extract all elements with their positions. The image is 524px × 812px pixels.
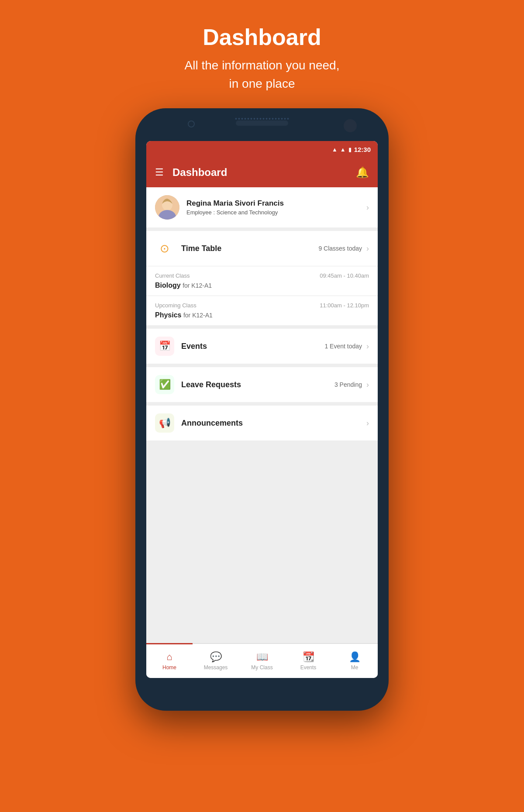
nav-item-home[interactable]: ⌂ Home	[146, 651, 193, 671]
battery-icon: ▮	[348, 146, 352, 153]
nav-item-messages[interactable]: 💬 Messages	[193, 651, 239, 671]
nav-item-events[interactable]: 📆 Events	[285, 651, 331, 671]
upcoming-class-label: Upcoming Class	[155, 302, 196, 309]
speaker-grille	[235, 118, 289, 120]
current-class-name: Biology	[155, 282, 181, 289]
page-title: Dashboard	[185, 24, 340, 50]
rear-camera	[342, 118, 358, 134]
upcoming-class-item[interactable]: Upcoming Class 11:00am - 12.10pm Physics…	[146, 296, 378, 325]
nav-label-myclass: My Class	[251, 664, 272, 671]
leave-requests-chevron-icon: ›	[366, 380, 369, 389]
screen-content: Regina Maria Sivori Francis Employee : S…	[146, 187, 378, 643]
announcements-card: 📢 Announcements ›	[146, 406, 378, 440]
current-class-group: for K12-A1	[183, 282, 212, 289]
current-class-meta: Current Class 09:45am - 10.40am	[155, 272, 369, 279]
current-class-name-row: Biology for K12-A1	[155, 282, 369, 289]
events-card: 📅 Events 1 Event today ›	[146, 329, 378, 364]
upcoming-class-name-row: Physics for K12-A1	[155, 311, 369, 319]
timetable-header[interactable]: ⊙ Time Table 9 Classes today ›	[146, 231, 378, 266]
events-title: Events	[181, 342, 324, 351]
leave-requests-card: ✅ Leave Requests 3 Pending ›	[146, 367, 378, 402]
nav-item-myclass[interactable]: 📖 My Class	[239, 651, 285, 671]
profile-name: Regina Maria Sivori Francis	[186, 199, 366, 208]
events-chevron-icon: ›	[366, 342, 369, 351]
events-header[interactable]: 📅 Events 1 Event today ›	[146, 329, 378, 364]
app-bar-title: Dashboard	[172, 166, 356, 179]
phone-device: ▲ ▲ ▮ 12:30 ☰ Dashboard 🔔	[135, 108, 389, 711]
status-time: 12:30	[354, 146, 371, 153]
timetable-badge: 9 Classes today	[318, 245, 362, 252]
upcoming-class-meta: Upcoming Class 11:00am - 12.10pm	[155, 302, 369, 309]
leave-requests-header[interactable]: ✅ Leave Requests 3 Pending ›	[146, 367, 378, 402]
messages-icon: 💬	[210, 651, 222, 663]
profile-card[interactable]: Regina Maria Sivori Francis Employee : S…	[146, 187, 378, 227]
timetable-chevron-icon: ›	[366, 244, 369, 253]
profile-chevron-icon: ›	[366, 203, 369, 212]
myclass-icon: 📖	[256, 651, 268, 663]
upcoming-class-time: 11:00am - 12.10pm	[320, 302, 369, 309]
me-icon: 👤	[349, 651, 361, 663]
nav-label-messages: Messages	[204, 664, 228, 671]
nav-item-me[interactable]: 👤 Me	[331, 651, 378, 671]
leave-requests-badge: 3 Pending	[334, 381, 362, 388]
bottom-nav: ⌂ Home 💬 Messages 📖 My Class 📆 Events 👤 …	[146, 643, 378, 678]
hamburger-button[interactable]: ☰	[155, 167, 164, 178]
profile-info: Regina Maria Sivori Francis Employee : S…	[186, 199, 366, 216]
calendar-icon: 📅	[155, 337, 174, 356]
status-icons: ▲ ▲ ▮ 12:30	[332, 146, 371, 153]
announcements-title: Announcements	[181, 419, 362, 428]
page-header: Dashboard All the information you need,i…	[185, 0, 340, 108]
status-bar: ▲ ▲ ▮ 12:30	[146, 141, 378, 158]
avatar	[155, 195, 179, 220]
timetable-card: ⊙ Time Table 9 Classes today › Current C…	[146, 231, 378, 325]
leave-requests-title: Leave Requests	[181, 380, 334, 389]
page-subtitle: All the information you need,in one plac…	[185, 56, 340, 93]
nav-label-home: Home	[162, 664, 176, 671]
front-camera	[188, 120, 195, 127]
announcements-chevron-icon: ›	[366, 419, 369, 428]
announce-icon: 📢	[155, 413, 174, 433]
timetable-title: Time Table	[181, 244, 318, 253]
upcoming-class-name: Physics	[155, 311, 181, 319]
current-class-item[interactable]: Current Class 09:45am - 10.40am Biology …	[146, 266, 378, 296]
home-icon: ⌂	[166, 651, 172, 663]
wifi-icon: ▲	[332, 146, 338, 153]
phone-screen: ▲ ▲ ▮ 12:30 ☰ Dashboard 🔔	[146, 141, 378, 678]
announcements-header[interactable]: 📢 Announcements ›	[146, 406, 378, 440]
profile-role: Employee : Science and Technology	[186, 209, 366, 216]
app-bar: ☰ Dashboard 🔔	[146, 158, 378, 187]
notification-bell-button[interactable]: 🔔	[356, 166, 369, 179]
nav-label-events: Events	[300, 664, 317, 671]
nav-label-me: Me	[351, 664, 359, 671]
signal-icon: ▲	[340, 146, 346, 153]
upcoming-class-group: for K12-A1	[183, 312, 213, 319]
current-class-time: 09:45am - 10.40am	[320, 272, 369, 279]
leave-icon: ✅	[155, 375, 174, 394]
events-badge: 1 Event today	[324, 343, 362, 350]
events-nav-icon: 📆	[303, 651, 314, 663]
current-class-label: Current Class	[155, 272, 190, 279]
clock-icon: ⊙	[155, 239, 174, 258]
